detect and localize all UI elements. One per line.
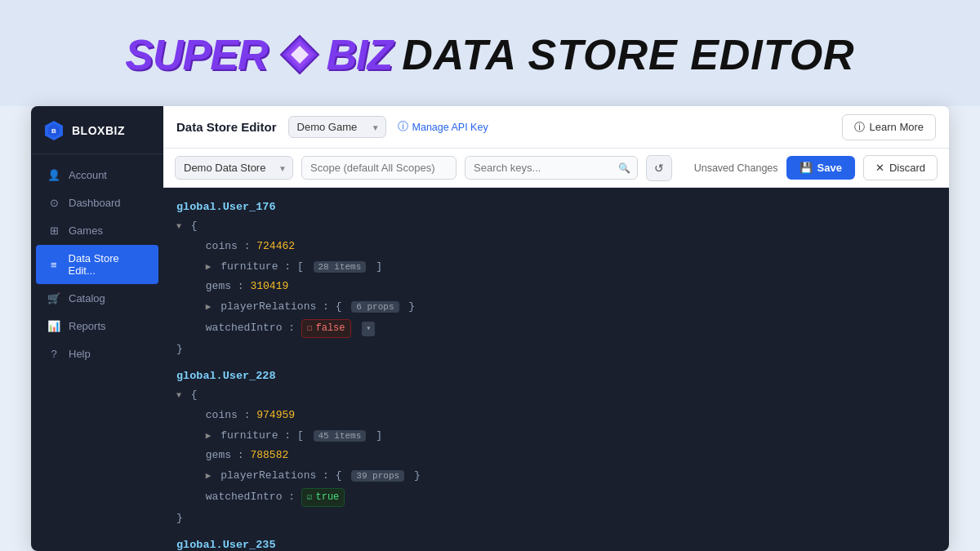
entry-key-user235: global.User_235	[163, 535, 949, 551]
save-button[interactable]: 💾 Save	[786, 156, 855, 180]
entry-coins-228: coins : 974959	[163, 406, 949, 426]
entry-key-user176: global.User_176	[163, 198, 949, 216]
reports-icon: 📊	[47, 320, 60, 332]
entry-line-228: ▼ {	[163, 385, 949, 406]
entry-brace-close-228: }	[163, 509, 949, 529]
save-label: Save	[817, 162, 842, 174]
expand-furniture-228[interactable]: ▶	[206, 431, 212, 441]
sidebar-item-help[interactable]: ? Help	[36, 340, 158, 367]
sidebar: B BLOXBIZ 👤 Account ⊙ Dashboard ⊞ Games …	[31, 106, 163, 551]
dashboard-icon: ⊙	[47, 197, 60, 209]
expand-furniture-176[interactable]: ▶	[206, 262, 212, 272]
expand-playerrelations-228[interactable]: ▶	[206, 471, 212, 481]
page-title: Data Store Editor	[176, 120, 277, 134]
learn-more-label: Learn More	[870, 121, 924, 133]
discard-button[interactable]: ✕ Discard	[863, 155, 938, 180]
sidebar-logo-icon: B	[42, 119, 65, 142]
games-icon: ⊞	[47, 224, 60, 237]
account-icon: 👤	[47, 169, 60, 181]
bool-true-badge-228: ☑ true	[301, 488, 345, 507]
save-icon: 💾	[800, 162, 813, 174]
manage-api-label: Manage API Key	[412, 122, 488, 133]
entry-line: ▼ {	[163, 216, 949, 237]
catalog-icon: 🛒	[47, 292, 60, 304]
entry-gems-228: gems : 788582	[163, 446, 949, 466]
sidebar-nav: 👤 Account ⊙ Dashboard ⊞ Games ≡ Data Sto…	[31, 154, 163, 551]
search-wrap: 🔍	[465, 156, 638, 180]
entry-watchedintro-228: watchedIntro : ☑ true	[163, 487, 949, 509]
hero-banner: SUPER BIZ DATA STORE EDITOR	[0, 0, 980, 106]
sidebar-item-reports[interactable]: 📊 Reports	[36, 313, 158, 340]
playerrelations-badge-228: 39 props	[351, 470, 404, 482]
sidebar-item-games[interactable]: ⊞ Games	[36, 217, 158, 244]
datastore-icon: ≡	[47, 259, 60, 271]
sidebar-logo-text: BLOXBIZ	[72, 124, 125, 137]
sidebar-item-datastore[interactable]: ≡ Data Store Edit...	[36, 245, 158, 284]
hero-title: SUPER BIZ DATA STORE EDITOR	[125, 30, 854, 79]
furniture-badge-176: 28 items	[314, 261, 367, 273]
manage-api-key-link[interactable]: ⓘ Manage API Key	[398, 120, 488, 134]
main-content: Data Store Editor Demo Game ▼ ⓘ Manage A…	[163, 106, 949, 551]
refresh-icon: ↺	[654, 162, 664, 175]
sidebar-item-games-label: Games	[69, 224, 103, 237]
sidebar-logo: B BLOXBIZ	[31, 106, 163, 154]
entry-brace-close-176: }	[163, 340, 949, 360]
entry-playerrelations-176: ▶ playerRelations : { 6 props }	[163, 297, 949, 318]
bool-dropdown-176[interactable]: ▾	[362, 322, 375, 336]
brand-biz: BIZ	[327, 30, 393, 79]
search-input[interactable]	[465, 156, 638, 180]
sidebar-item-datastore-label: Data Store Edit...	[69, 252, 147, 277]
scope-input[interactable]	[301, 156, 457, 180]
expand-playerrelations-176[interactable]: ▶	[206, 302, 212, 312]
brand-diamond-icon	[278, 33, 322, 77]
furniture-badge-228: 45 items	[314, 430, 367, 442]
game-select[interactable]: Demo Game	[288, 116, 386, 138]
collapse-arrow-user176[interactable]: ▼	[176, 222, 181, 231]
collapse-arrow-user228[interactable]: ▼	[176, 391, 181, 400]
learn-more-button[interactable]: ⓘ Learn More	[842, 114, 936, 140]
entry-watchedintro-176: watchedIntro : ☐ false ▾	[163, 318, 949, 340]
sidebar-item-help-label: Help	[69, 348, 91, 360]
app-wrapper: B BLOXBIZ 👤 Account ⊙ Dashboard ⊞ Games …	[31, 106, 949, 551]
brand-name: SUPER	[125, 30, 267, 79]
entry-key-user228: global.User_228	[163, 367, 949, 385]
header-bar: Data Store Editor Demo Game ▼ ⓘ Manage A…	[163, 106, 949, 149]
entry-furniture-176: ▶ furniture : [ 28 items ]	[163, 257, 949, 278]
game-select-wrap: Demo Game ▼	[288, 116, 386, 138]
entry-gems-176: gems : 310419	[163, 277, 949, 297]
search-icon: 🔍	[618, 162, 630, 174]
entry-coins-176: coins : 724462	[163, 237, 949, 257]
svg-text:B: B	[51, 127, 56, 135]
bool-false-badge-176: ☐ false	[301, 319, 351, 338]
discard-label: Discard	[889, 162, 925, 174]
toolbar: Demo Data Store ▼ 🔍 ↺ Unsaved Changes 💾 …	[163, 149, 949, 188]
sidebar-item-account-label: Account	[69, 169, 107, 181]
playerrelations-badge-176: 6 props	[351, 301, 399, 313]
info-circle-icon: ⓘ	[398, 120, 408, 134]
sidebar-item-account[interactable]: 👤 Account	[36, 162, 158, 189]
separator	[163, 360, 949, 367]
separator2	[163, 529, 949, 535]
discard-icon: ✕	[875, 162, 884, 174]
datastore-select[interactable]: Demo Data Store	[175, 156, 293, 180]
entry-playerrelations-228: ▶ playerRelations : { 39 props }	[163, 466, 949, 487]
hero-subtitle: DATA STORE EDITOR	[402, 30, 854, 79]
sidebar-item-dashboard-label: Dashboard	[69, 197, 121, 209]
datastore-select-wrap: Demo Data Store ▼	[175, 156, 293, 180]
learn-more-icon: ⓘ	[854, 120, 865, 135]
sidebar-item-catalog-label: Catalog	[69, 292, 105, 304]
unsaved-changes-label: Unsaved Changes	[694, 162, 778, 174]
entry-furniture-228: ▶ furniture : [ 45 items ]	[163, 426, 949, 447]
help-icon: ?	[47, 348, 60, 360]
refresh-button[interactable]: ↺	[646, 155, 672, 181]
sidebar-item-catalog[interactable]: 🛒 Catalog	[36, 285, 158, 312]
sidebar-item-dashboard[interactable]: ⊙ Dashboard	[36, 189, 158, 216]
sidebar-item-reports-label: Reports	[69, 320, 106, 332]
toolbar-right: Unsaved Changes 💾 Save ✕ Discard	[694, 155, 938, 180]
data-store-content: global.User_176 ▼ { coins : 724462 ▶ fur…	[163, 188, 949, 551]
